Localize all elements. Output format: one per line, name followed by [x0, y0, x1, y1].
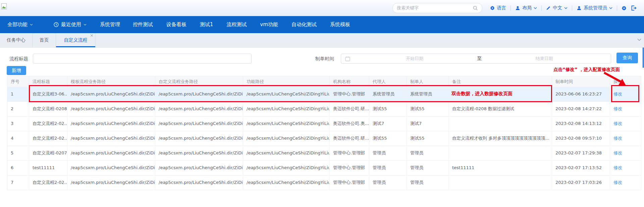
table-row[interactable]: 3 自定义流程2-02... /eap5csxm.pro/LiuChengCeS…: [7, 116, 641, 131]
current-language-label: 中文: [553, 5, 562, 11]
cell-func-path: /eap5csxm/LiuChengCeShi/ZiDingYiLiu...: [243, 161, 330, 175]
cell-agent: 管理员: [369, 176, 407, 190]
cell-org: 奥迈软件公司.研...: [330, 131, 369, 146]
modify-link[interactable]: 修改: [613, 91, 622, 96]
pencil-icon: [546, 6, 551, 10]
logout-icon: [631, 5, 637, 11]
logout-button[interactable]: [631, 5, 637, 11]
close-icon[interactable]: ×: [90, 33, 94, 38]
layout-button[interactable]: 布局: [515, 5, 537, 11]
end-date-placeholder[interactable]: 结束日期: [482, 56, 607, 62]
nav-item[interactable]: 全部功能: [7, 21, 33, 28]
cell-agent: 管理员: [369, 161, 407, 175]
date-range-picker[interactable]: 开始日期 至 结束日期: [341, 54, 611, 64]
modify-link[interactable]: 修改: [613, 136, 622, 141]
cell-remark: [449, 146, 552, 160]
cell-org: 管理中心.管理部: [330, 176, 369, 190]
cell-create-time: 2023-02-07 17:29:38: [552, 146, 610, 160]
divider: [617, 5, 617, 11]
cell-template-path: /eap5csxm.pro/LiuChengCeShi.dir/ZiDi...: [67, 102, 155, 116]
nav-item[interactable]: 测试1: [200, 21, 213, 28]
current-language-button[interactable]: 中文: [546, 5, 568, 11]
search-icon[interactable]: [473, 6, 478, 11]
user-icon: [577, 6, 582, 10]
chevron-down-icon: [564, 7, 568, 9]
table-row[interactable]: 1 自定义流程3-06... /eap5csxm.pro/LiuChengCeS…: [7, 87, 641, 101]
column-header: 制单时间: [552, 76, 610, 87]
cell-remark: [449, 176, 552, 190]
page: 搜索关键字 语言 布局: [0, 0, 644, 207]
top-header: 搜索关键字 语言 布局: [0, 0, 644, 16]
flow-title-input[interactable]: [33, 54, 252, 64]
nav-item[interactable]: 自动化测试: [291, 21, 317, 28]
modify-link[interactable]: 修改: [613, 180, 622, 185]
cell-create-time: 2023-02-08 14:13:12: [552, 117, 610, 131]
global-search-input[interactable]: 搜索关键字: [392, 3, 482, 13]
annotation-click-modify: 点击“修改” ，进入配置修改页面: [553, 67, 620, 73]
modify-link[interactable]: 修改: [613, 106, 622, 111]
table-row[interactable]: 5 自定义流程-0207 /eap5csxm.pro/LiuChengCeShi…: [7, 146, 641, 160]
cell-remark: test11111: [449, 161, 552, 175]
tab-item[interactable]: 自定义流程 ×: [56, 33, 96, 47]
cell-custom-path: /eap5csxm.pro/LiuChengCeShi.dir/ZiDi...: [155, 131, 243, 146]
nav-item[interactable]: 设备看板: [166, 21, 186, 28]
nav-item-label: 系统管理: [100, 21, 120, 28]
cell-seq: 6: [7, 161, 29, 175]
cell-template-path: /eap5csxm.pro/LiuChengCeShi.dir/ZiDi...: [67, 117, 155, 131]
column-header: 备注: [449, 76, 552, 87]
tab-label: 任务中心: [7, 37, 25, 43]
cell-template-path: /eap5csxm.pro/LiuChengCeShi.dir/ZiDi...: [67, 87, 155, 101]
nav-item[interactable]: vm功能: [260, 21, 278, 28]
query-button[interactable]: 查询: [616, 53, 638, 63]
cell-flow-title: 自定义流程3-06...: [29, 87, 67, 101]
nav-item-label: 设备看板: [166, 21, 186, 28]
nav-item[interactable]: 系统模板: [330, 21, 350, 28]
tab-item[interactable]: 首页: [33, 33, 56, 47]
cell-creator: 测试7: [407, 117, 449, 131]
tabbar-collapse-chevron-icon[interactable]: [637, 39, 641, 41]
cell-custom-path: /eap5csxm.pro/LiuChengCeShi.dir/ZiDi...: [155, 87, 243, 101]
cell-template-path: /eap5csxm.pro/LiuChengCeShi.dir/ZiDi...: [67, 176, 155, 190]
start-date-placeholder[interactable]: 开始日期: [352, 56, 477, 62]
cell-custom-path: /eap5csxm.pro/LiuChengCeShi.dir/ZiDi...: [155, 161, 243, 175]
chevron-down-icon: [609, 7, 612, 9]
user-menu-button[interactable]: 系统管理员: [577, 5, 612, 11]
tab-item[interactable]: 任务中心: [0, 33, 33, 47]
table-row[interactable]: 7 自定义流程2-02... /eap5csxm.pro/LiuChengCeS…: [7, 175, 641, 190]
cell-template-path: /eap5csxm.pro/LiuChengCeShi.dir/ZiDi...: [67, 131, 155, 146]
cell-agent: 测试7: [369, 117, 407, 131]
modify-link[interactable]: 修改: [613, 121, 622, 126]
nav-item[interactable]: 流程测试: [227, 21, 247, 28]
nav-item-label: 控件测试: [133, 21, 153, 28]
search-placeholder: 搜索关键字: [397, 5, 473, 11]
table-row[interactable]: 2 自定义流程-0208 /eap5csxm.pro/LiuChengCeShi…: [7, 101, 641, 116]
cell-creator: 管理员: [407, 161, 449, 175]
cell-org: 奥迈软件公司.奥...: [330, 117, 369, 131]
nav-item[interactable]: 控件测试: [133, 21, 153, 28]
cell-flow-title: 自定义流程-0208: [29, 102, 67, 116]
nav-item-label: 自动化测试: [291, 21, 317, 28]
nav-item[interactable]: 最近使用: [54, 21, 87, 28]
modify-link[interactable]: 修改: [613, 150, 622, 155]
cell-creator: 测试55: [407, 102, 449, 116]
table-row[interactable]: 6 test11111 /eap5csxm.pro/LiuChengCeShi.…: [7, 160, 641, 175]
cell-custom-path: /eap5csxm.pro/LiuChengCeShi.dir/ZiDi...: [155, 146, 243, 160]
cell-create-time: 2023-06-06 16:23:27: [552, 87, 610, 101]
broken-image-logo: [1, 3, 7, 10]
cell-creator: 管理员: [407, 176, 449, 190]
cell-seq: 3: [7, 117, 29, 131]
column-header: 自定义流程业务路径: [155, 76, 243, 87]
modify-link[interactable]: 修改: [613, 165, 622, 170]
scrollbar-sliver[interactable]: [643, 48, 644, 68]
table-row[interactable]: 4 自定义流程2-02... /eap5csxm.pro/LiuChengCeS…: [7, 131, 641, 146]
settings-button[interactable]: [622, 6, 627, 11]
nav-item[interactable]: 系统管理: [100, 21, 120, 28]
language-button[interactable]: 语言: [490, 5, 506, 11]
column-header: 制单人: [407, 76, 449, 87]
tab-label: 首页: [40, 37, 49, 43]
divider: [541, 5, 542, 11]
cell-agent: 系统管理员: [369, 87, 407, 101]
table-header-row: 序号流程标题模板流程业务路径自定义流程业务路径功能路径机构名称代理人制单人备注制…: [7, 76, 641, 87]
tab-label: 自定义流程: [64, 37, 88, 43]
add-button[interactable]: 新增: [7, 66, 26, 75]
